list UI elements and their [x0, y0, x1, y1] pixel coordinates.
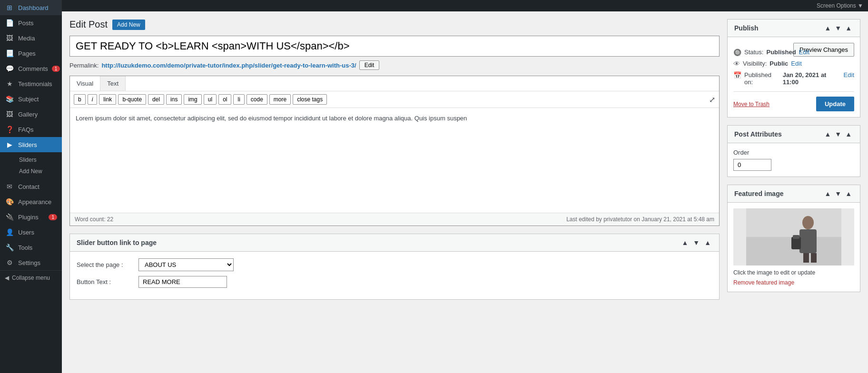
- meta-box-header[interactable]: Slider button link to page ▲ ▼ ▲: [70, 234, 719, 252]
- pages-icon: 📃: [5, 49, 14, 57]
- sidebar-sub-sliders[interactable]: Sliders: [14, 154, 62, 166]
- format-link-button[interactable]: link: [99, 94, 116, 105]
- faqs-icon: ❓: [5, 126, 14, 133]
- featured-image-toggle-button[interactable]: ▲: [844, 190, 853, 197]
- sidebar-item-users[interactable]: 👤 Users: [0, 225, 62, 240]
- sidebar-item-appearance[interactable]: 🎨 Appearance: [0, 194, 62, 209]
- sidebar-item-pages[interactable]: 📃 Pages: [0, 46, 62, 61]
- remove-featured-image-link[interactable]: Remove featured image: [733, 279, 794, 286]
- meta-box-up-button[interactable]: ▲: [680, 239, 690, 246]
- permalink-link[interactable]: http://luzukdemo.com/demo/private-tutor/…: [101, 62, 356, 69]
- format-li-button[interactable]: li: [233, 94, 244, 105]
- format-img-button[interactable]: img: [184, 94, 201, 105]
- sidebar-item-sliders[interactable]: ▶ Sliders: [0, 137, 62, 152]
- featured-image-content: Click the image to edit or update Remove…: [728, 203, 860, 292]
- sidebar-item-gallery[interactable]: 🖼 Gallery: [0, 107, 62, 122]
- sidebar-item-contact[interactable]: ✉ Contact: [0, 179, 62, 194]
- publish-widget-up-button[interactable]: ▲: [823, 24, 832, 32]
- button-text-input[interactable]: [138, 276, 227, 288]
- sidebar-item-media[interactable]: 🖼 Media: [0, 30, 62, 46]
- button-text-row: Button Text :: [77, 276, 712, 288]
- sidebar-item-faqs[interactable]: ❓ FAQs: [0, 122, 62, 137]
- featured-image-svg: [733, 208, 854, 265]
- permalink-bar: Permalink: http://luzukdemo.com/demo/pri…: [69, 60, 720, 70]
- tab-visual[interactable]: Visual: [70, 76, 100, 91]
- sidebar-item-plugins[interactable]: 🔌 Plugins 1: [0, 209, 62, 225]
- format-del-button[interactable]: del: [148, 94, 164, 105]
- sliders-submenu: Sliders Add New: [0, 152, 62, 179]
- published-date: Jan 20, 2021 at 11:00: [783, 71, 841, 86]
- post-attributes-toggle-button[interactable]: ▲: [844, 130, 853, 138]
- sidebar-item-comments[interactable]: 💬 Comments 1: [0, 61, 62, 76]
- format-ul-button[interactable]: ul: [204, 94, 217, 105]
- visibility-edit-link[interactable]: Edit: [791, 60, 801, 67]
- collapse-menu-button[interactable]: ◀ Collapse menu: [0, 270, 62, 285]
- sidebar-item-tools[interactable]: 🔧 Tools: [0, 240, 62, 255]
- post-attributes-content: Order: [728, 143, 860, 177]
- format-ol-button[interactable]: ol: [218, 94, 231, 105]
- post-attributes-header: Post Attributes ▲ ▼ ▲: [728, 126, 860, 143]
- tab-text[interactable]: Text: [100, 76, 126, 91]
- svg-point-2: [802, 216, 814, 229]
- expand-editor-button[interactable]: ⤢: [709, 95, 715, 104]
- publish-widget: Publish ▲ ▼ ▲ Preview Changes 🔘 Statu: [727, 19, 860, 118]
- svg-rect-7: [793, 235, 799, 239]
- post-title-input[interactable]: [69, 36, 720, 57]
- featured-image-down-button[interactable]: ▼: [833, 190, 843, 197]
- published-edit-link[interactable]: Edit: [844, 71, 854, 79]
- select-page-row: Select the page : ABOUT US Home Contact …: [77, 258, 712, 271]
- sidebar-item-settings[interactable]: ⚙ Settings: [0, 255, 62, 270]
- published-row: 📅 Published on: Jan 20, 2021 at 11:00 Ed…: [733, 71, 854, 86]
- testimonials-icon: ★: [5, 80, 14, 88]
- main-area: Screen Options ▼ Edit Post Add New Perma…: [62, 0, 868, 373]
- toolbar-right: [711, 82, 719, 86]
- add-new-button[interactable]: Add New: [112, 20, 145, 30]
- collapse-arrow-icon: ◀: [5, 275, 9, 281]
- post-attributes-controls: ▲ ▼ ▲: [823, 130, 853, 138]
- editor-area: Edit Post Add New Permalink: http://luzu…: [69, 19, 720, 300]
- publish-widget-title: Publish: [734, 24, 759, 32]
- meta-box-toggle-button[interactable]: ▲: [703, 239, 712, 246]
- order-input[interactable]: [733, 159, 771, 171]
- post-attributes-down-button[interactable]: ▼: [833, 130, 843, 138]
- sidebar-item-dashboard[interactable]: ⊞ Dashboard: [0, 0, 62, 15]
- select-page-dropdown[interactable]: ABOUT US Home Contact Gallery: [138, 258, 234, 271]
- featured-image-header: Featured image ▲ ▼ ▲: [728, 185, 860, 203]
- format-more-button[interactable]: more: [269, 94, 291, 105]
- status-value: Published: [766, 49, 796, 56]
- update-button[interactable]: Update: [816, 97, 854, 111]
- svg-rect-4: [803, 253, 809, 263]
- format-b-button[interactable]: b: [74, 94, 86, 105]
- format-i-button[interactable]: i: [88, 94, 98, 105]
- visibility-label: Visibility:: [743, 60, 767, 67]
- permalink-edit-button[interactable]: Edit: [359, 60, 380, 70]
- meta-box-content: Select the page : ABOUT US Home Contact …: [70, 252, 719, 299]
- post-attributes-title: Post Attributes: [734, 130, 782, 138]
- sidebar-item-posts[interactable]: 📄 Posts: [0, 15, 62, 30]
- sidebar-sub-add-new[interactable]: Add New: [14, 166, 62, 177]
- move-to-trash-button[interactable]: Move to Trash: [733, 101, 769, 108]
- sidebar-item-testimonials[interactable]: ★ Testimonials: [0, 76, 62, 91]
- status-edit-link[interactable]: Edit: [799, 49, 809, 56]
- featured-image-thumbnail[interactable]: [733, 208, 854, 265]
- publish-widget-toggle-button[interactable]: ▲: [844, 24, 853, 32]
- format-close-tags-button[interactable]: close tags: [293, 94, 327, 105]
- meta-box-down-button[interactable]: ▼: [691, 239, 701, 246]
- publish-widget-down-button[interactable]: ▼: [833, 24, 843, 32]
- screen-options-button[interactable]: Screen Options ▼: [817, 2, 863, 9]
- format-code-button[interactable]: code: [247, 94, 267, 105]
- post-attributes-up-button[interactable]: ▲: [823, 130, 832, 138]
- status-icon: 🔘: [733, 49, 741, 56]
- right-sidebar: Publish ▲ ▼ ▲ Preview Changes 🔘 Statu: [727, 19, 860, 300]
- sidebar-item-subject[interactable]: 📚 Subject: [0, 91, 62, 107]
- format-ins-button[interactable]: ins: [166, 94, 182, 105]
- svg-rect-3: [799, 229, 817, 253]
- posts-icon: 📄: [5, 19, 14, 27]
- order-label: Order: [733, 149, 854, 156]
- gallery-icon: 🖼: [5, 110, 14, 118]
- featured-image-up-button[interactable]: ▲: [823, 190, 832, 197]
- contact-icon: ✉: [5, 183, 14, 190]
- word-count: Word count: 22: [75, 216, 113, 223]
- editor-content[interactable]: Lorem ipsum dolor sit amet, consectetur …: [70, 108, 719, 213]
- format-bquote-button[interactable]: b-quote: [118, 94, 146, 105]
